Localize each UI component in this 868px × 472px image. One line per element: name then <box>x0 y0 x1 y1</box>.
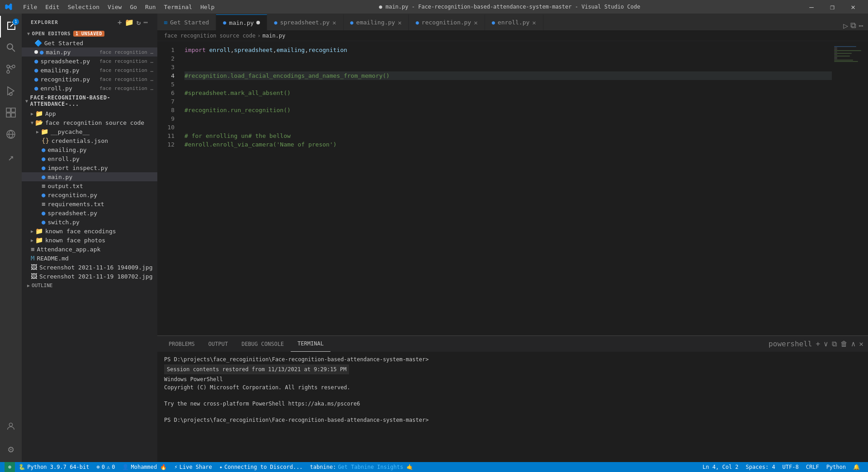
file-screenshot-1[interactable]: 🖼 Screenshot 2021-11-16 194009.jpg <box>22 263 157 272</box>
status-python[interactable]: 🐍 Python 3.9.7 64-bit <box>15 462 93 472</box>
folder-face-recognition[interactable]: ▼ 📂 face recognition source code <box>22 118 157 127</box>
search-activity-icon <box>5 42 16 55</box>
menu-terminal[interactable]: Terminal <box>160 3 196 11</box>
file-recognition-py[interactable]: ● recognition.py <box>22 190 157 199</box>
tab-emailing-close[interactable]: ✕ <box>398 19 401 26</box>
panel-tab-output[interactable]: OUTPUT <box>202 336 235 352</box>
language-label: Python <box>826 464 846 470</box>
status-errors[interactable]: ⊗ 0 ⚠ 0 <box>93 462 119 472</box>
maximize-panel-icon[interactable]: ∧ <box>851 340 856 348</box>
status-spaces[interactable]: Spaces: 4 <box>742 462 779 472</box>
tab-get-started[interactable]: ⊞ Get Started <box>157 14 216 30</box>
file-switch-py[interactable]: ● switch.py <box>22 217 157 227</box>
terminal-content[interactable]: PS D:\projects\face_recoginition\Face-re… <box>157 352 868 462</box>
panel-tab-terminal[interactable]: TERMINAL <box>291 336 330 352</box>
tab-main-py[interactable]: ● main.py <box>216 14 267 30</box>
menu-selection[interactable]: Selection <box>64 3 103 11</box>
file-readme-md[interactable]: M README.md <box>22 254 157 263</box>
open-editor-get-started[interactable]: 🔷 Get Started <box>22 38 157 47</box>
tab-enroll-py[interactable]: ● enroll.py ✕ <box>485 14 543 30</box>
menu-view[interactable]: View <box>104 3 125 11</box>
split-editor-icon[interactable]: ⧉ <box>850 20 856 30</box>
activity-liveshare[interactable]: ↗ <box>0 146 22 168</box>
file-enroll-py[interactable]: ● enroll.py <box>22 154 157 163</box>
tab-recognition-close[interactable]: ✕ <box>474 19 477 26</box>
status-encoding[interactable]: UTF-8 <box>779 462 802 472</box>
status-right: Ln 4, Col 2 Spaces: 4 UTF-8 CRLF Python … <box>699 462 863 472</box>
tab-enroll-close[interactable]: ✕ <box>532 19 536 26</box>
maximize-button[interactable]: ❐ <box>822 0 843 14</box>
add-terminal-icon[interactable]: + <box>816 340 820 348</box>
menu-help[interactable]: Help <box>197 3 218 11</box>
menu-run[interactable]: Run <box>142 3 159 11</box>
tab-emailing-py[interactable]: ● emailing.py ✕ <box>344 14 409 30</box>
outline-section[interactable]: ▶ OUTLINE <box>22 281 157 290</box>
sidebar: EXPLORER + 📁 ↻ ⋯ ▼ OPEN EDITORS 1 UNSAVE… <box>22 14 157 462</box>
tabnine-insights-link[interactable]: Get Tabnine Insights 🤙 <box>338 464 413 470</box>
run-file-icon[interactable]: ▷ <box>843 21 848 30</box>
file-attendance-apk[interactable]: ≡ Attendance_app.apk <box>22 245 157 254</box>
file-import-inspect-py[interactable]: ● import inspect.py <box>22 163 157 172</box>
panel-tab-problems[interactable]: PROBLEMS <box>162 336 202 352</box>
menu-go[interactable]: Go <box>126 3 141 11</box>
folder-pycache[interactable]: ▶ 📁 __pycache__ <box>22 127 157 136</box>
activity-explorer[interactable]: 1 <box>0 16 22 38</box>
spreadsheet-py-file-label: spreadsheet.py <box>47 210 154 217</box>
status-remote[interactable]: ⊗ <box>5 462 15 472</box>
status-discord[interactable]: ✦ Connecting to Discord... <box>216 462 307 472</box>
activity-settings[interactable]: ⚙ <box>0 438 22 460</box>
status-eol[interactable]: CRLF <box>802 462 823 472</box>
folder-known-face-photos[interactable]: ▶ 📁 known face photos <box>22 236 157 245</box>
refresh-icon[interactable]: ↻ <box>137 18 142 27</box>
status-feedback[interactable]: 🔔 <box>849 462 863 472</box>
close-button[interactable]: ✕ <box>843 0 863 14</box>
file-screenshot-2[interactable]: 🖼 Screenshot 2021-11-19 180702.jpg <box>22 272 157 281</box>
code-content[interactable]: import enroll,spreadsheet,emailing,recog… <box>180 41 832 335</box>
collapse-all-icon[interactable]: ⋯ <box>143 18 148 27</box>
launch-profile-icon[interactable]: ∨ <box>824 340 828 348</box>
file-credentials-json[interactable]: {} credentials.json <box>22 136 157 145</box>
folder-app[interactable]: ▶ 📁 App <box>22 109 157 118</box>
panel-tab-debug-console[interactable]: DEBUG CONSOLE <box>235 336 291 352</box>
activity-accounts[interactable] <box>0 416 22 438</box>
kill-terminal-icon[interactable]: 🗑 <box>840 340 848 348</box>
tab-spreadsheet-py[interactable]: ● spreadsheet.py ✕ <box>267 14 343 30</box>
breadcrumb-folder[interactable]: face recognition source code <box>164 33 255 39</box>
credentials-json-label: credentials.json <box>52 137 154 144</box>
file-spreadsheet-py[interactable]: ● spreadsheet.py <box>22 208 157 217</box>
activity-source-control[interactable] <box>0 59 22 81</box>
open-editors-section[interactable]: ▼ OPEN EDITORS 1 UNSAVED <box>22 29 157 38</box>
activity-extensions[interactable] <box>0 103 22 124</box>
open-editor-recognition-py[interactable]: ● recognition.py face recognition s... <box>22 75 157 84</box>
status-liveshare[interactable]: ⚡ Live Share <box>170 462 215 472</box>
status-tabnine[interactable]: tabnine: Get Tabnine Insights 🤙 <box>307 462 417 472</box>
status-cursor-position[interactable]: Ln 4, Col 2 <box>699 462 742 472</box>
activity-search[interactable] <box>0 38 22 59</box>
status-language[interactable]: Python <box>823 462 849 472</box>
breadcrumb-file[interactable]: main.py <box>263 33 286 39</box>
minimize-button[interactable]: — <box>801 0 822 14</box>
activity-run[interactable] <box>0 81 22 103</box>
open-editor-emailing-py[interactable]: ● emailing.py face recognition sour... <box>22 66 157 75</box>
main-py-modified-dot <box>256 21 260 24</box>
menu-edit[interactable]: Edit <box>42 3 63 11</box>
close-panel-icon[interactable]: ✕ <box>859 340 863 348</box>
file-main-py[interactable]: ● main.py <box>22 172 157 181</box>
tab-recognition-py[interactable]: ● recognition.py ✕ <box>409 14 485 30</box>
open-editor-main-py[interactable]: ● main.py face recognition source c... <box>22 47 157 57</box>
new-file-icon[interactable]: + <box>118 18 123 27</box>
menu-file[interactable]: File <box>19 3 41 11</box>
split-terminal-icon[interactable]: ⧉ <box>832 340 837 348</box>
folder-known-face-encodings[interactable]: ▶ 📁 known face encodings <box>22 227 157 236</box>
new-folder-icon[interactable]: 📁 <box>125 18 134 27</box>
activity-remote[interactable] <box>0 124 22 146</box>
file-output-txt[interactable]: ≡ output.txt <box>22 181 157 190</box>
tab-spreadsheet-close[interactable]: ✕ <box>332 19 336 26</box>
open-editor-spreadsheet-py[interactable]: ● spreadsheet.py face recognition ... <box>22 57 157 66</box>
file-requirements-txt[interactable]: ≡ requirements.txt <box>22 199 157 208</box>
project-root-section[interactable]: ▼ FACE-RECOGNITION-BASED-ATTENDANCE-... <box>22 93 157 109</box>
file-emailing-py[interactable]: ● emailing.py <box>22 145 157 154</box>
status-user[interactable]: 👤 Mohammed 🔥 <box>118 462 170 472</box>
open-editor-enroll-py[interactable]: ● enroll.py face recognition source ... <box>22 84 157 93</box>
more-tabs-icon[interactable]: ⋯ <box>859 21 863 30</box>
